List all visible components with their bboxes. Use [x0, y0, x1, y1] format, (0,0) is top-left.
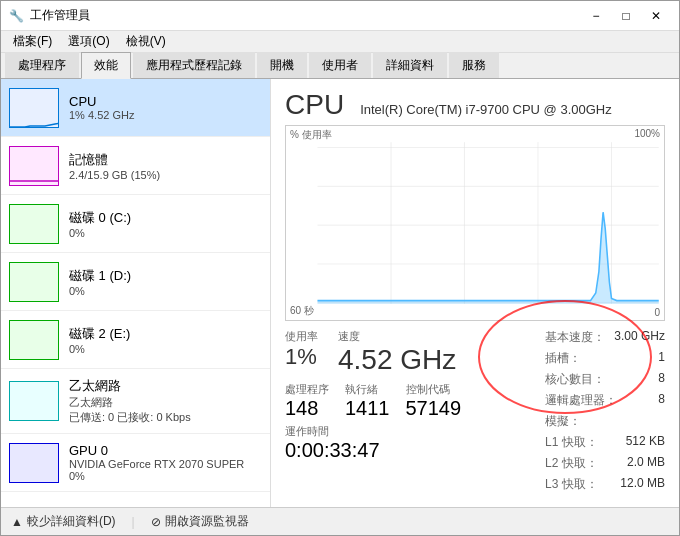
chart-x-zero: 0: [654, 307, 660, 318]
spec-logical: 邏輯處理器： 8: [545, 392, 665, 409]
gpu-thumb: [9, 443, 59, 483]
title-bar-left: 🔧 工作管理員: [9, 7, 90, 24]
open-monitor-label: 開啟資源監視器: [165, 513, 249, 530]
tab-processes[interactable]: 處理程序: [5, 52, 79, 78]
sidebar-item-cpu[interactable]: CPU 1% 4.52 GHz: [1, 79, 270, 137]
spec-l1-label: L1 快取：: [545, 434, 598, 451]
disk2-detail: 0%: [69, 343, 262, 355]
memory-detail: 2.4/15.9 GB (15%): [69, 169, 262, 181]
spec-l2-label: L2 快取：: [545, 455, 598, 472]
open-monitor-button[interactable]: ⊘ 開啟資源監視器: [151, 513, 249, 530]
handle-label: 控制代碼: [406, 382, 462, 397]
right-header: CPU Intel(R) Core(TM) i7-9700 CPU @ 3.00…: [285, 89, 665, 121]
uptime-value: 0:00:33:47: [285, 439, 461, 462]
tab-services[interactable]: 服務: [449, 52, 499, 78]
specs-block: 基本速度： 3.00 GHz 插槽： 1 核心數目： 8 邏輯處理器： 8: [545, 329, 665, 497]
spec-virt-label: 模擬：: [545, 413, 581, 430]
gpu-detail: NVIDIA GeForce RTX 2070 SUPER: [69, 458, 262, 470]
less-detail-button[interactable]: ▲ 較少詳細資料(D): [11, 513, 116, 530]
spec-base-speed-value: 3.00 GHz: [614, 329, 665, 346]
tab-performance[interactable]: 效能: [81, 52, 131, 79]
spec-socket-value: 1: [658, 350, 665, 367]
svg-rect-6: [10, 444, 59, 483]
disk0-mini-chart: [10, 205, 59, 244]
content-area: CPU 1% 4.52 GHz 記憶體 2.4/15.9 GB (15%): [1, 79, 679, 507]
less-detail-label: 較少詳細資料(D): [27, 513, 116, 530]
tab-bar: 處理程序 效能 應用程式歷程記錄 開機 使用者 詳細資料 服務: [1, 53, 679, 79]
title-bar: 🔧 工作管理員 − □ ✕: [1, 1, 679, 31]
cpu-chart-svg: [286, 126, 664, 320]
memory-info: 記憶體 2.4/15.9 GB (15%): [69, 151, 262, 181]
disk0-name: 磁碟 0 (C:): [69, 209, 262, 227]
sidebar-item-disk0[interactable]: 磁碟 0 (C:) 0%: [1, 195, 270, 253]
sidebar-item-disk1[interactable]: 磁碟 1 (D:) 0%: [1, 253, 270, 311]
svg-rect-4: [10, 321, 59, 360]
disk1-thumb: [9, 262, 59, 302]
sidebar-item-network[interactable]: 乙太網路 乙太網路 已傳送: 0 已接收: 0 Kbps: [1, 369, 270, 434]
svg-rect-3: [10, 263, 59, 302]
disk0-info: 磁碟 0 (C:) 0%: [69, 209, 262, 239]
right-panel: CPU Intel(R) Core(TM) i7-9700 CPU @ 3.00…: [271, 79, 679, 507]
title-controls: − □ ✕: [581, 1, 671, 31]
network-name: 乙太網路: [69, 377, 262, 395]
maximize-button[interactable]: □: [611, 1, 641, 31]
cpu-info: CPU 1% 4.52 GHz: [69, 94, 262, 121]
speed-value: 4.52 GHz: [338, 344, 456, 376]
disk0-detail: 0%: [69, 227, 262, 239]
menu-view[interactable]: 檢視(V): [118, 31, 174, 52]
sidebar-item-memory[interactable]: 記憶體 2.4/15.9 GB (15%): [1, 137, 270, 195]
spec-virt: 模擬：: [545, 413, 665, 430]
network-thumb: [9, 381, 59, 421]
handle-value: 57149: [406, 397, 462, 420]
spec-logical-label: 邏輯處理器：: [545, 392, 617, 409]
gpu-usage: 0%: [69, 470, 262, 482]
left-panel: CPU 1% 4.52 GHz 記憶體 2.4/15.9 GB (15%): [1, 79, 271, 507]
stats-row: 使用率 1% 速度 4.52 GHz 處理程序 148: [285, 329, 665, 497]
gpu-name: GPU 0: [69, 443, 262, 458]
window-title: 工作管理員: [30, 7, 90, 24]
svg-rect-0: [10, 89, 59, 128]
spec-cores-value: 8: [658, 371, 665, 388]
memory-name: 記憶體: [69, 151, 262, 169]
separator: |: [132, 515, 135, 529]
gpu-info: GPU 0 NVIDIA GeForce RTX 2070 SUPER 0%: [69, 443, 262, 482]
spec-l2: L2 快取： 2.0 MB: [545, 455, 665, 472]
speed-label: 速度: [338, 329, 456, 344]
handle-block: 控制代碼 57149: [406, 382, 462, 420]
tab-details[interactable]: 詳細資料: [373, 52, 447, 78]
spec-base-speed-label: 基本速度：: [545, 329, 605, 346]
tab-users[interactable]: 使用者: [309, 52, 371, 78]
disk2-info: 磁碟 2 (E:) 0%: [69, 325, 262, 355]
sidebar-item-disk2[interactable]: 磁碟 2 (E:) 0%: [1, 311, 270, 369]
thread-block: 執行緒 1411: [345, 382, 390, 420]
process-block: 處理程序 148: [285, 382, 329, 420]
minimize-button[interactable]: −: [581, 1, 611, 31]
chart-y-label: % 使用率: [290, 128, 332, 142]
gpu-mini-chart: [10, 444, 59, 483]
disk2-mini-chart: [10, 321, 59, 360]
spec-logical-value: 8: [658, 392, 665, 409]
spec-l2-value: 2.0 MB: [627, 455, 665, 472]
close-button[interactable]: ✕: [641, 1, 671, 31]
thread-value: 1411: [345, 397, 390, 420]
cpu-chart-area: % 使用率 100% 60 秒 0: [285, 125, 665, 321]
svg-rect-1: [10, 147, 59, 186]
sidebar-item-gpu[interactable]: GPU 0 NVIDIA GeForce RTX 2070 SUPER 0%: [1, 434, 270, 492]
spec-socket-label: 插槽：: [545, 350, 581, 367]
chevron-up-icon: ▲: [11, 515, 23, 529]
svg-rect-5: [10, 382, 59, 421]
tab-app-history[interactable]: 應用程式歷程記錄: [133, 52, 255, 78]
cpu-mini-chart: [10, 89, 59, 128]
spec-base-speed: 基本速度： 3.00 GHz: [545, 329, 665, 346]
uptime-block: 運作時間 0:00:33:47: [285, 424, 461, 462]
bottom-bar: ▲ 較少詳細資料(D) | ⊘ 開啟資源監視器: [1, 507, 679, 535]
menu-options[interactable]: 選項(O): [60, 31, 117, 52]
usage-block: 使用率 1%: [285, 329, 318, 376]
menu-file[interactable]: 檔案(F): [5, 31, 60, 52]
process-value: 148: [285, 397, 329, 420]
usage-label: 使用率: [285, 329, 318, 344]
tab-startup[interactable]: 開機: [257, 52, 307, 78]
chart-x-label: 60 秒: [290, 304, 314, 318]
uptime-label: 運作時間: [285, 424, 461, 439]
main-title: CPU: [285, 89, 344, 121]
